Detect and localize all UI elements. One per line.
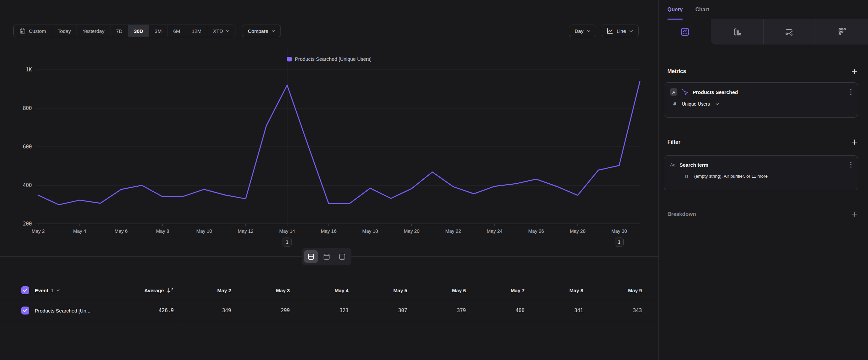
flows-icon [784,27,795,37]
column-header[interactable]: May 4 [290,287,348,293]
range-yesterday-button[interactable]: Yesterday [77,25,111,37]
range-label: Custom [29,28,46,34]
tab-retention[interactable] [816,19,868,45]
metric-card[interactable]: A Products Searched # Unique Users [664,82,858,117]
range-12m-button[interactable]: 12M [186,25,207,37]
kebab-menu-icon[interactable] [850,161,852,168]
table-column-divider [181,281,181,321]
range-6m-button[interactable]: 6M [167,25,186,37]
x-axis-label: May 28 [569,228,586,234]
range-xtd-button[interactable]: XTD [207,25,235,37]
number-prefix: # [673,101,676,107]
column-header[interactable]: May 3 [231,287,290,293]
y-axis-label: 200 [23,221,32,227]
chevron-down-icon [587,30,590,32]
retention-dots-icon [837,27,847,37]
tab-flows[interactable] [763,19,816,45]
filter-card[interactable]: Aa Search term Is (empty string), Air pu… [664,156,858,190]
app-root: 1K800600400200May 2May 4May 6May 8May 10… [0,0,868,360]
select-all-checkbox[interactable] [21,286,29,294]
table-cell: 379 [407,307,466,313]
filter-value: (empty string), Air purifier, or 11 more [694,174,768,179]
annotation-badge[interactable] [615,238,623,246]
filter-heading: Filter [668,139,680,145]
event-count: 1 [51,287,54,293]
compare-button[interactable]: Compare [242,25,281,37]
report-type-tabs [659,19,868,45]
check-icon [23,308,28,312]
insights-icon [680,27,690,37]
row-values: 349299323307379400341343 [181,307,642,313]
x-axis-label: May 20 [404,228,420,234]
layout-split-button[interactable] [304,250,318,263]
add-filter-button[interactable] [851,139,858,145]
average-header[interactable]: Average [118,287,174,294]
tab-chart[interactable]: Chart [695,0,709,19]
layout-table-only-button[interactable] [335,250,349,263]
table-cell: 341 [525,307,583,313]
date-range-selector: Custom Today Yesterday 7D 30D 3M 6M 12M … [13,25,236,37]
metrics-heading: Metrics [668,68,686,74]
chart-legend: Products Searched [Unique Users] [0,56,658,62]
legend-label: Products Searched [Unique Users] [295,56,372,62]
aggregation-selector[interactable]: # Unique Users [670,101,852,107]
table-row: Products Searched [Un... 426.9 349299323… [0,300,658,321]
y-axis-label: 600 [23,144,32,150]
x-axis-label: May 12 [238,228,254,234]
x-axis-label: May 8 [156,228,169,234]
granularity-button[interactable]: Day [569,25,596,37]
add-breakdown-button[interactable] [851,211,858,218]
y-axis-label: 800 [23,105,32,111]
toolbar-spacer [281,25,569,37]
event-header[interactable]: Event 1 [35,287,118,293]
tab-funnels[interactable] [711,19,763,45]
row-event-name: Products Searched [Un... [35,308,118,313]
annotation-badge[interactable] [283,238,291,246]
metric-name: Products Searched [692,89,738,95]
table-cell: 343 [583,307,642,313]
column-header[interactable]: May 8 [525,287,583,293]
kebab-menu-icon[interactable] [850,89,852,95]
filter-property-name: Search term [680,162,709,168]
legend-swatch [287,57,292,61]
add-metric-button[interactable] [851,68,858,75]
column-header[interactable]: May 5 [348,287,407,293]
layout-chart-only-button[interactable] [320,250,334,263]
query-panel: Query Chart [658,0,868,360]
range-3m-button[interactable]: 3M [149,25,168,37]
x-axis-label: May 22 [445,228,461,234]
chevron-down-icon [629,30,633,32]
column-header[interactable]: May 7 [466,287,525,293]
x-axis-label: May 14 [279,228,295,234]
row-checkbox[interactable] [21,307,29,314]
tab-insights[interactable] [659,19,711,45]
layout-toggle [302,248,351,265]
plus-icon [851,139,858,145]
range-7d-button[interactable]: 7D [111,25,128,37]
x-axis-label: May 26 [528,228,544,234]
date-column-headers: May 2May 3May 4May 5May 6May 7May 8May 9 [181,287,642,293]
metric-card-row: A Products Searched [670,88,852,95]
column-header[interactable]: May 2 [181,287,231,293]
range-custom-button[interactable]: Custom [13,25,52,37]
chart-type-button[interactable]: Line [601,25,639,37]
chevron-down-icon [715,103,719,105]
column-header[interactable]: May 9 [583,287,642,293]
table-cell: 400 [466,307,525,313]
table-cell: 349 [181,307,231,313]
filter-condition[interactable]: Is (empty string), Air purifier, or 11 m… [670,174,852,179]
x-axis-label: May 16 [320,228,337,234]
breakdown-section-header: Breakdown [659,208,868,220]
range-30d-button[interactable]: 30D [128,25,149,37]
table-cell: 323 [290,307,348,313]
chevron-down-icon [272,30,275,32]
average-header-label: Average [144,287,164,293]
filter-operator: Is [685,174,689,179]
table-cell: 307 [348,307,407,313]
aggregation-label: Unique Users [682,101,710,107]
row-average-value: 426.9 [118,307,174,313]
toolbar: Custom Today Yesterday 7D 30D 3M 6M 12M … [13,25,639,37]
range-today-button[interactable]: Today [52,25,77,37]
column-header[interactable]: May 6 [407,287,466,293]
tab-query[interactable]: Query [668,0,683,19]
